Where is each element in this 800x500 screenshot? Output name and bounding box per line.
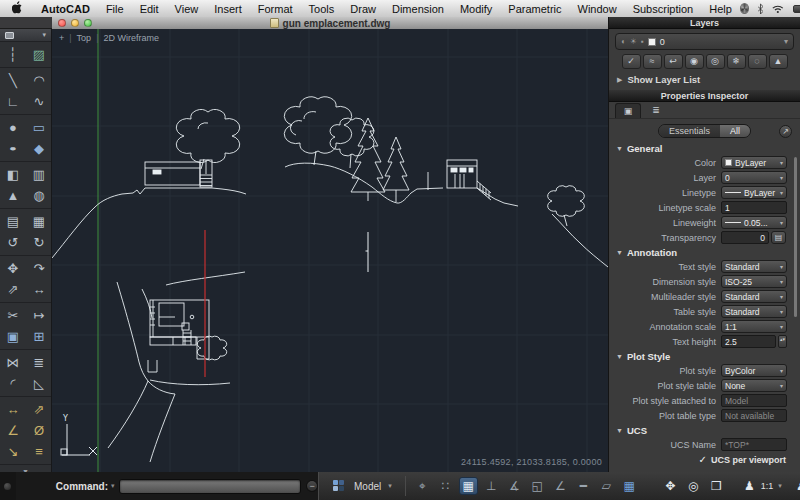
tab-quick-select[interactable]: ≣ (643, 103, 669, 118)
line-tool[interactable]: ╲ (0, 70, 26, 91)
table-style-dropdown[interactable]: Standard ▾ (721, 305, 787, 318)
dim-radius-tool[interactable]: Ø (26, 420, 52, 441)
menu-subscription[interactable]: Subscription (625, 3, 702, 15)
menu-insert[interactable]: Insert (206, 3, 250, 15)
dim-angular-tool[interactable]: ∠ (0, 420, 26, 441)
layer-lock-button[interactable]: ▲ (769, 54, 788, 69)
tool-palette-header[interactable]: ▾ (0, 29, 51, 42)
construction-line-tool[interactable]: ┆ (0, 44, 26, 65)
orbit-tool[interactable]: ↺ (0, 232, 26, 253)
viewport-visual-style-control[interactable]: 2D Wireframe (103, 33, 159, 43)
layer-isolate-button[interactable]: ◉ (685, 54, 704, 69)
drawing-canvas[interactable]: Y + | Top | 2D Wireframe 24115.4592, 210… (52, 29, 608, 472)
pan-button[interactable]: ✥ (661, 477, 680, 495)
transparency-display-toggle[interactable]: ▱ (597, 477, 616, 495)
menu-view[interactable]: View (167, 3, 207, 15)
annotation-visibility-toggle[interactable]: ♟ (792, 477, 800, 495)
rectangle-tool[interactable]: ▭ (26, 117, 52, 138)
transparency-flyout-button[interactable]: ▤ (771, 231, 786, 244)
cylinder-tool[interactable]: ▥ (26, 164, 52, 185)
layer-match-button[interactable]: ≈ (643, 54, 662, 69)
image-tool[interactable]: ▦ (26, 211, 52, 232)
bluetooth-icon[interactable] (758, 3, 763, 15)
plot-style-dropdown[interactable]: ByColor ▾ (721, 364, 787, 377)
trim-tool[interactable]: ✂ (0, 305, 26, 326)
menu-edit[interactable]: Edit (132, 3, 167, 15)
layer-dropdown[interactable]: ◐ ☀ ▪ 0 ▾ (615, 33, 794, 50)
command-input[interactable] (119, 479, 302, 494)
plot-style-table-dropdown[interactable]: None ▾ (721, 379, 787, 392)
copy-tool[interactable]: ▣ (0, 326, 26, 347)
menu-modify[interactable]: Modify (452, 3, 500, 15)
dim-linear-tool[interactable]: ↔ (0, 399, 26, 420)
viewport-plus-control[interactable]: + (59, 33, 64, 43)
layer-off-button[interactable]: ◌ (748, 54, 767, 69)
properties-inspector-title[interactable]: Properties Inspector (609, 90, 800, 102)
swivel-tool[interactable]: ↻ (26, 232, 52, 253)
object-snap-toggle[interactable]: ◱ (528, 477, 547, 495)
ortho-mode-toggle[interactable]: ⊥ (482, 477, 501, 495)
polyline-tool[interactable]: ∟ (0, 91, 26, 112)
battery-icon[interactable] (793, 5, 800, 13)
sphere-tool[interactable]: ◍ (26, 185, 52, 206)
command-collapse-button[interactable]: − (306, 480, 318, 492)
grid-dots-toggle[interactable]: ∷ (436, 477, 455, 495)
quick-properties-toggle[interactable]: ▦ (620, 477, 639, 495)
menu-dimension[interactable]: Dimension (384, 3, 452, 15)
tab-properties[interactable]: ▣ (615, 103, 641, 118)
fillet-tool[interactable]: ◜ (0, 373, 26, 394)
show-layer-list[interactable]: ▶ Show Layer List (609, 72, 800, 90)
wifi-icon[interactable] (772, 4, 784, 14)
grid-display-toggle[interactable]: ▦ (459, 477, 478, 495)
linetype-dropdown[interactable]: ByLayer ▾ (721, 186, 787, 199)
menu-tools[interactable]: Tools (301, 3, 343, 15)
menu-window[interactable]: Window (570, 3, 625, 15)
viewport-view-control[interactable]: Top (77, 33, 92, 43)
time-machine-icon[interactable] (740, 3, 749, 14)
annotation-scale-control[interactable]: ♟ 1:1 ▾ (740, 477, 788, 495)
ellipse-tool[interactable]: ● (0, 142, 26, 155)
color-dropdown[interactable]: ByLayer ▾ (721, 156, 787, 169)
stretch-tool[interactable]: ↔ (26, 279, 52, 300)
section-ucs[interactable]: ▼ UCS (609, 423, 800, 437)
layer-unisolate-button[interactable]: ◎ (706, 54, 725, 69)
apple-menu[interactable] (12, 1, 23, 16)
section-annotation[interactable]: ▼ Annotation (609, 245, 800, 259)
polygon-tool[interactable]: ◆ (26, 138, 52, 159)
spline-tool[interactable]: ∿ (26, 91, 52, 112)
dimension-style-dropdown[interactable]: ISO-25 ▾ (721, 275, 787, 288)
section-general[interactable]: ▼ General (609, 141, 800, 155)
hatch-tool[interactable]: ▨ (26, 44, 52, 65)
multileader-style-dropdown[interactable]: Standard ▾ (721, 290, 787, 303)
menu-draw[interactable]: Draw (342, 3, 384, 15)
circle-tool[interactable]: ● (0, 117, 26, 138)
dim-aligned-tool[interactable]: ⇗ (26, 399, 52, 420)
annotation-scale-dropdown[interactable]: 1:1 ▾ (721, 320, 787, 333)
dim-baseline-tool[interactable]: ≡ (26, 441, 52, 462)
menu-help[interactable]: Help (701, 3, 740, 15)
array-tool[interactable]: ⊞ (26, 326, 52, 347)
rotate-tool[interactable]: ↷ (26, 258, 52, 279)
text-height-stepper[interactable]: ▴▾ (778, 335, 787, 348)
scale-tool[interactable]: ⇗ (0, 279, 26, 300)
layer-select-dropdown[interactable]: 0 ▾ (721, 171, 787, 184)
model-space-selector[interactable]: Model (354, 481, 381, 492)
menu-autocad[interactable]: AutoCAD (33, 3, 98, 15)
lineweight-dropdown[interactable]: 0.05... ▾ (721, 216, 787, 229)
box-tool[interactable]: ◧ (0, 164, 26, 185)
transparency-input[interactable]: 0 (721, 231, 769, 244)
snap-mode-toggle[interactable]: ⌖ (413, 477, 432, 495)
pyramid-tool[interactable]: ▲ (0, 185, 26, 206)
menu-parametric[interactable]: Parametric (500, 3, 569, 15)
segment-all[interactable]: All (720, 125, 750, 137)
polar-tracking-toggle[interactable]: ∡ (505, 477, 524, 495)
text-height-input[interactable]: 2.5 (721, 335, 776, 348)
menu-format[interactable]: Format (250, 3, 301, 15)
section-plot-style[interactable]: ▼ Plot Style (609, 349, 800, 363)
layer-make-current-button[interactable]: ✓ (622, 54, 641, 69)
orbit-button[interactable]: ❒ (707, 477, 726, 495)
move-tool[interactable]: ✥ (0, 258, 26, 279)
arc-tool[interactable]: ◠ (26, 70, 52, 91)
segment-essentials[interactable]: Essentials (659, 125, 720, 137)
linetype-scale-input[interactable]: 1 (721, 201, 787, 214)
